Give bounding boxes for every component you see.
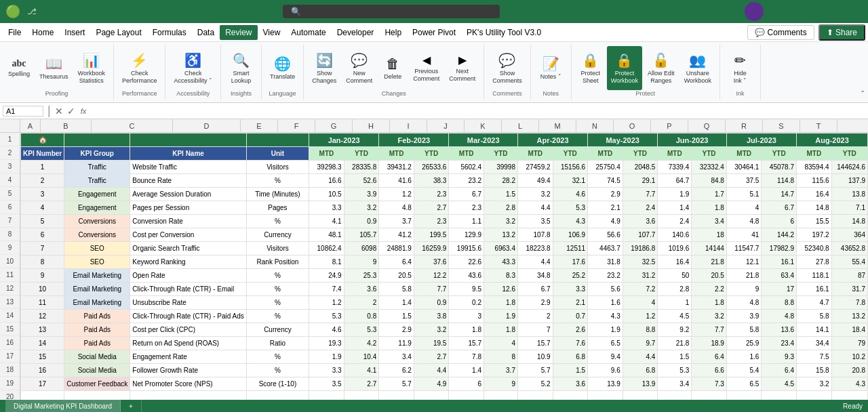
cell-data-1-12[interactable]: 30464.1 — [726, 161, 762, 174]
row-num-7[interactable]: 7 — [0, 214, 20, 228]
cell-unit-14[interactable]: Ratio — [246, 337, 309, 350]
cell-data-13-0[interactable]: 4.6 — [309, 323, 344, 337]
col-header-K[interactable]: K — [465, 119, 502, 132]
cell-L2[interactable]: YTD — [553, 147, 588, 161]
cell-T2[interactable]: YTD — [831, 147, 867, 161]
cell-data-17-7[interactable]: 3.6 — [553, 377, 588, 391]
cell-data-3-11[interactable]: 1.7 — [692, 188, 727, 201]
cell-data-4-2[interactable]: 4.8 — [379, 201, 414, 215]
col-header-B[interactable]: B — [41, 119, 92, 132]
cell-data-1-14[interactable]: 83594.4 — [797, 161, 832, 174]
cell-data-5-13[interactable]: 6 — [762, 215, 797, 228]
cell-data-7-9[interactable]: 19186.8 — [623, 242, 658, 255]
cell-data-10-0[interactable]: 7.4 — [309, 283, 344, 296]
cell-unit-11[interactable]: % — [246, 296, 309, 310]
cell-data-15-5[interactable]: 8 — [484, 350, 517, 364]
cell-kpi-name-15[interactable]: Engagement Rate — [130, 350, 247, 364]
cell-data-10-3[interactable]: 7.7 — [414, 283, 449, 296]
cell-data-3-14[interactable]: 16.4 — [797, 188, 832, 201]
cell-data-8-0[interactable]: 8.1 — [309, 255, 344, 269]
cell-kpi-num-13[interactable]: 13 — [21, 323, 64, 337]
col-header-M[interactable]: M — [539, 119, 576, 132]
cell-data-8-5[interactable]: 43.3 — [484, 255, 517, 269]
cell-I2[interactable]: MTD — [449, 147, 484, 161]
cell-data-3-7[interactable]: 4.6 — [553, 188, 588, 201]
cell-data-1-3[interactable]: 26533.6 — [414, 161, 449, 174]
row-num-11[interactable]: 11 — [0, 268, 20, 282]
cell-data-4-10[interactable]: 1.4 — [658, 201, 692, 215]
cell-kpi-num-12[interactable]: 12 — [21, 310, 64, 323]
spelling-button[interactable]: abc Spelling — [4, 46, 34, 90]
cell-data-10-4[interactable]: 9.5 — [449, 283, 484, 296]
cell-data-13-5[interactable]: 1.8 — [484, 323, 517, 337]
cell-data-2-13[interactable]: 114.8 — [762, 174, 797, 188]
cell-data-14-10[interactable]: 21.8 — [658, 337, 692, 350]
cell-data-14-9[interactable]: 9.7 — [623, 337, 658, 350]
cell-data-12-3[interactable]: 3.8 — [414, 310, 449, 323]
cell-data-1-5[interactable]: 39998 — [484, 161, 517, 174]
cell-D1[interactable] — [246, 133, 309, 147]
cell-data-2-5[interactable]: 28.2 — [484, 174, 517, 188]
hide-ink-button[interactable]: ✏ HideInk ˅ — [725, 46, 755, 90]
cell-K2[interactable]: MTD — [517, 147, 553, 161]
cell-data-5-11[interactable]: 3.4 — [692, 215, 727, 228]
cell-data-11-3[interactable]: 0.9 — [414, 296, 449, 310]
close-button[interactable] — [831, 0, 863, 23]
cell-data-15-10[interactable]: 1.5 — [658, 350, 692, 364]
smart-lookup-button[interactable]: 🔍 SmartLookup — [226, 46, 256, 90]
cell-data-5-6[interactable]: 3.5 — [517, 215, 553, 228]
cell-data-6-3[interactable]: 199.5 — [414, 228, 449, 242]
cell-data-2-0[interactable]: 16.6 — [309, 174, 344, 188]
cell-kpi-num-17[interactable]: 17 — [21, 377, 64, 391]
cell-data-12-0[interactable]: 5.3 — [309, 310, 344, 323]
cell-data-15-12[interactable]: 1.6 — [726, 350, 762, 364]
row-num-8[interactable]: 8 — [0, 228, 20, 241]
cell-data-16-15[interactable]: 20.8 — [831, 364, 867, 377]
cell-data-7-12[interactable]: 11547.7 — [726, 242, 762, 255]
col-header-T[interactable]: T — [800, 119, 837, 132]
cell-unit-13[interactable]: Currency — [246, 323, 309, 337]
cell-data-6-2[interactable]: 41.2 — [379, 228, 414, 242]
col-header-E[interactable]: E — [241, 119, 278, 132]
cell-data-16-13[interactable]: 6.4 — [762, 364, 797, 377]
cell-D2[interactable]: Unit — [246, 147, 309, 161]
cell-data-9-15[interactable]: 87 — [831, 269, 867, 283]
cell-kpi-num-16[interactable]: 16 — [21, 364, 64, 377]
cell-data-3-4[interactable]: 6.7 — [449, 188, 484, 201]
cell-data-14-3[interactable]: 19.5 — [414, 337, 449, 350]
row-num-9[interactable]: 9 — [0, 241, 20, 255]
cell-data-14-7[interactable]: 7.6 — [553, 337, 588, 350]
cell-kpi-group-3[interactable]: Engagement — [64, 188, 130, 201]
menu-automate[interactable]: Automate — [285, 25, 331, 40]
cell-kpi-group-9[interactable]: Email Marketing — [64, 269, 130, 283]
cell-data-15-15[interactable]: 10.2 — [831, 350, 867, 364]
cell-kpi-group-2[interactable]: Traffic — [64, 174, 130, 188]
cell-N2[interactable]: YTD — [623, 147, 658, 161]
menu-pk-tool[interactable]: PK's Utility Tool V3.0 — [461, 25, 547, 40]
row-num-3[interactable]: 3 — [0, 160, 20, 173]
cell-data-5-3[interactable]: 2.3 — [414, 215, 449, 228]
cell-data-3-0[interactable]: 10.5 — [309, 188, 344, 201]
cell-data-9-3[interactable]: 12.2 — [414, 269, 449, 283]
cell-C1[interactable] — [130, 133, 247, 147]
show-comments-button[interactable]: 💬 ShowComments — [488, 46, 526, 90]
cell-data-11-1[interactable]: 2 — [344, 296, 379, 310]
row-num-1[interactable]: 1 — [0, 133, 20, 146]
menu-file[interactable]: File — [3, 25, 26, 40]
cell-data-5-0[interactable]: 4.1 — [309, 215, 344, 228]
cell-data-6-7[interactable]: 106.9 — [553, 228, 588, 242]
cell-data-6-10[interactable]: 140.6 — [658, 228, 692, 242]
cell-unit-1[interactable]: Visitors — [246, 161, 309, 174]
cell-data-4-6[interactable]: 4.4 — [517, 201, 553, 215]
cell-kpi-group-13[interactable]: Paid Ads — [64, 323, 130, 337]
cell-kpi-group-6[interactable]: Conversions — [64, 228, 130, 242]
cell-data-4-15[interactable]: 7.1 — [831, 201, 867, 215]
cell-data-10-11[interactable]: 2.2 — [692, 283, 727, 296]
cell-data-17-8[interactable]: 13.9 — [588, 377, 623, 391]
cell-data-14-5[interactable]: 4 — [484, 337, 517, 350]
cell-data-4-14[interactable]: 14.8 — [797, 201, 832, 215]
cell-unit-9[interactable]: % — [246, 269, 309, 283]
cell-unit-16[interactable]: % — [246, 364, 309, 377]
cell-data-17-1[interactable]: 2.7 — [344, 377, 379, 391]
cell-data-11-14[interactable]: 4.7 — [797, 296, 832, 310]
